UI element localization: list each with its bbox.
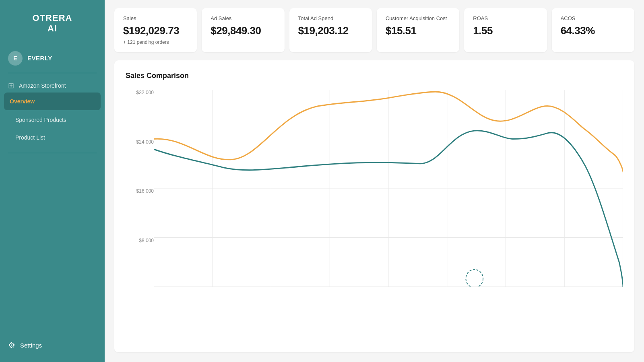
sales-value: $192,029.73 [123, 25, 188, 37]
total-ad-spend-value: $19,203.12 [298, 25, 363, 37]
amazon-storefront-section[interactable]: ⊞ Amazon Storefront [0, 73, 105, 92]
metric-card-roas: ROAS 1.55 [464, 8, 547, 52]
metric-card-sales: Sales $192,029.73 + 121 pending orders [114, 8, 197, 52]
logo-line1: OTRERA [33, 13, 72, 23]
main-content: Sales $192,029.73 + 121 pending orders A… [105, 0, 644, 362]
ad-sales-label: Ad Sales [211, 15, 275, 21]
ad-sales-value: $29,849.30 [211, 25, 275, 37]
y-label-8k: $8,000 [126, 238, 154, 243]
chart-title: Sales Comparison [126, 72, 623, 80]
user-name: EVERLY [27, 55, 52, 62]
cac-value: $15.51 [386, 25, 450, 37]
logo: OTRERA AI [0, 0, 105, 45]
settings-icon: ⚙ [8, 340, 15, 350]
teal-circle-indicator [466, 269, 483, 287]
sales-sub: + 121 pending orders [123, 39, 188, 45]
y-label-24k: $24,000 [126, 139, 154, 145]
avatar: E [8, 51, 23, 66]
cac-label: Customer Acquisition Cost [386, 15, 450, 21]
acos-value: 64.33% [561, 25, 625, 37]
chart-section: Sales Comparison $32,000 $24,000 $16,000… [114, 60, 634, 352]
nav-item-sponsored-products[interactable]: Sponsored Products [0, 111, 105, 129]
user-row: E EVERLY [0, 45, 105, 73]
chart-svg-area [154, 90, 623, 287]
sidebar: OTRERA AI E EVERLY ⊞ Amazon Storefront O… [0, 0, 105, 362]
metric-card-acos: ACOS 64.33% [552, 8, 634, 52]
y-label-32k: $32,000 [126, 90, 154, 95]
store-icon: ⊞ [8, 81, 14, 90]
metric-card-ad-sales: Ad Sales $29,849.30 [202, 8, 284, 52]
y-axis: $32,000 $24,000 $16,000 $8,000 [126, 90, 154, 291]
settings-label: Settings [20, 342, 42, 349]
nav-item-overview[interactable]: Overview [4, 93, 101, 110]
settings-item[interactable]: ⚙ Settings [0, 332, 105, 362]
metric-card-cac: Customer Acquisition Cost $15.51 [377, 8, 459, 52]
acos-label: ACOS [561, 15, 625, 21]
sales-label: Sales [123, 15, 188, 21]
metric-card-total-ad-spend: Total Ad Spend $19,203.12 [289, 8, 372, 52]
sales-chart-svg [154, 90, 623, 287]
logo-line2: AI [33, 23, 72, 34]
total-ad-spend-label: Total Ad Spend [298, 15, 363, 21]
metrics-row: Sales $192,029.73 + 121 pending orders A… [105, 0, 644, 60]
nav-item-product-list[interactable]: Product List [0, 129, 105, 146]
y-label-16k: $16,000 [126, 188, 154, 194]
amazon-storefront-label: Amazon Storefront [19, 82, 66, 89]
sidebar-divider-bottom [8, 153, 97, 153]
chart-container: $32,000 $24,000 $16,000 $8,000 [126, 90, 623, 291]
roas-value: 1.55 [473, 25, 538, 37]
roas-label: ROAS [473, 15, 538, 21]
